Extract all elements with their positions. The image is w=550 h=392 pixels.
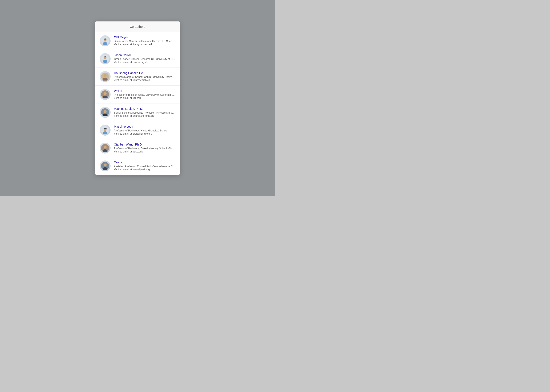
svg-point-22 xyxy=(104,110,107,113)
author-email-qianben-wang: Verified email at duke.edu xyxy=(114,150,175,153)
author-affiliation-wei-li: Professor of Bioinformatics, University … xyxy=(114,93,175,97)
author-avatar-mathieu-lupien xyxy=(100,107,110,118)
svg-point-35 xyxy=(104,163,107,167)
author-name-cliff-meyer[interactable]: Cliff Meyer xyxy=(114,35,175,39)
author-item-qianben-wang[interactable]: Qianben Wang, Ph.D. Professor of Patholo… xyxy=(95,139,180,157)
author-item-mathieu-lupien[interactable]: Mathieu Lupien, Ph.D. Senior Scientist/A… xyxy=(95,104,180,121)
author-affiliation-housheng-hansen-he: Princess Margaret Cancer Centre, Univers… xyxy=(114,75,175,79)
author-item-massimo-loda[interactable]: Massimo Loda Professor of Pathology, Har… xyxy=(95,121,180,139)
author-email-cliff-meyer: Verified email at jimmy.harvard.edu xyxy=(114,43,175,46)
author-affiliation-massimo-loda: Professor of Pathology, Harvard Medical … xyxy=(114,129,175,133)
author-avatar-wei-li xyxy=(100,89,110,100)
author-info-qianben-wang: Qianben Wang, Ph.D. Professor of Patholo… xyxy=(114,143,175,153)
author-avatar-massimo-loda xyxy=(100,125,110,136)
author-email-tao-liu: Verified email at roswellpark.org xyxy=(114,168,175,171)
author-name-tao-liu[interactable]: Tao Liu xyxy=(114,161,175,164)
author-item-wei-li[interactable]: Wei Li Professor of Bioinformatics, Univ… xyxy=(95,86,180,104)
author-item-housheng-hansen-he[interactable]: Housheng Hansen He Princess Margaret Can… xyxy=(95,68,180,86)
svg-point-13 xyxy=(107,58,107,58)
author-name-housheng-hansen-he[interactable]: Housheng Hansen He xyxy=(114,71,175,75)
author-item-cliff-meyer[interactable]: Cliff Meyer Dana-Farber Cancer Institute… xyxy=(95,32,180,50)
author-info-mathieu-lupien: Mathieu Lupien, Ph.D. Senior Scientist/A… xyxy=(114,107,175,118)
modal-body[interactable]: Cliff Meyer Dana-Farber Cancer Institute… xyxy=(95,32,180,175)
author-name-massimo-loda[interactable]: Massimo Loda xyxy=(114,125,175,128)
author-affiliation-tao-liu: Assistant Professor, Roswell Park Compre… xyxy=(114,165,175,168)
svg-point-6 xyxy=(107,40,107,40)
modal-title: Co-authors xyxy=(100,25,175,28)
author-name-jason-carroll[interactable]: Jason Carroll xyxy=(114,53,175,57)
author-email-mathieu-lupien: Verified email at uhnres.utoronto.ca xyxy=(114,114,175,117)
author-avatar-cliff-meyer xyxy=(100,35,110,46)
svg-point-32 xyxy=(104,146,107,149)
author-avatar-jason-carroll xyxy=(100,53,110,64)
author-email-wei-li: Verified email at uci.edu xyxy=(114,97,175,99)
author-email-jason-carroll: Verified email at cancer.org.uk xyxy=(114,61,175,64)
author-avatar-housheng-hansen-he xyxy=(100,71,110,82)
author-info-wei-li: Wei Li Professor of Bioinformatics, Univ… xyxy=(114,89,175,100)
author-affiliation-cliff-meyer: Dana-Farber Cancer Institute and Harvard… xyxy=(114,40,175,43)
author-affiliation-jason-carroll: Group Leader, Cancer Research UK, Univer… xyxy=(114,57,175,61)
author-item-jason-carroll[interactable]: Jason Carroll Group Leader, Cancer Resea… xyxy=(95,50,180,68)
author-name-wei-li[interactable]: Wei Li xyxy=(114,89,175,92)
author-name-qianben-wang[interactable]: Qianben Wang, Ph.D. xyxy=(114,143,175,146)
author-info-tao-liu: Tao Liu Assistant Professor, Roswell Par… xyxy=(114,161,175,171)
svg-point-19 xyxy=(104,92,107,95)
svg-point-16 xyxy=(104,74,107,77)
author-info-housheng-hansen-he: Housheng Hansen He Princess Margaret Can… xyxy=(114,71,175,82)
modal-header: Co-authors xyxy=(95,21,180,32)
author-info-jason-carroll: Jason Carroll Group Leader, Cancer Resea… xyxy=(114,53,175,64)
svg-point-29 xyxy=(107,129,107,130)
coauthors-modal: Co-authors Cliff Meyer Dana-Farber Cance… xyxy=(95,21,180,175)
author-affiliation-mathieu-lupien: Senior Scientist/Associate Professor, Pr… xyxy=(114,111,175,115)
author-name-mathieu-lupien[interactable]: Mathieu Lupien, Ph.D. xyxy=(114,107,175,110)
author-affiliation-qianben-wang: Professor of Pathology, Duke University … xyxy=(114,147,175,150)
author-email-massimo-loda: Verified email at broadinstitute.org xyxy=(114,132,175,135)
author-info-cliff-meyer: Cliff Meyer Dana-Farber Cancer Institute… xyxy=(114,35,175,46)
author-item-tao-liu[interactable]: Tao Liu Assistant Professor, Roswell Par… xyxy=(95,157,180,175)
author-avatar-tao-liu xyxy=(100,161,110,171)
modal-overlay[interactable]: Co-authors Cliff Meyer Dana-Farber Cance… xyxy=(0,0,275,196)
author-avatar-qianben-wang xyxy=(100,143,110,154)
author-email-housheng-hansen-he: Verified email at uhnresearch.ca xyxy=(114,79,175,82)
author-info-massimo-loda: Massimo Loda Professor of Pathology, Har… xyxy=(114,125,175,135)
